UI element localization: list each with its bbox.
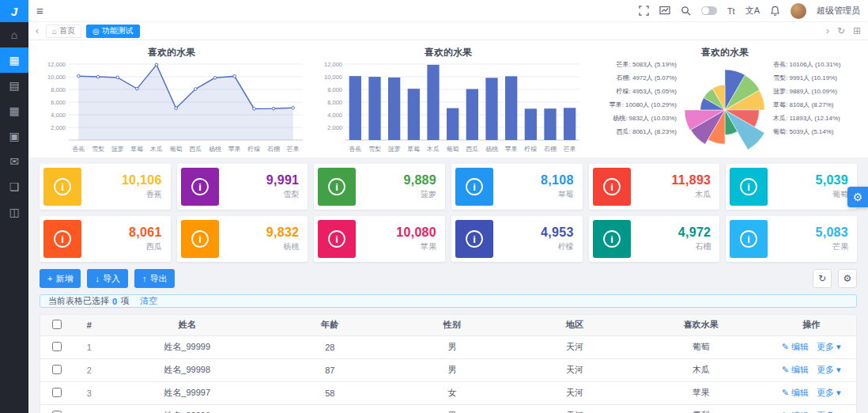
svg-text:12,000: 12,000: [47, 61, 66, 68]
stat-card-芒果: i5,083芒果: [726, 216, 857, 262]
sidebar-item-mail[interactable]: ✉: [0, 149, 28, 174]
sidebar-item-menu-active[interactable]: ▦: [0, 47, 28, 73]
sidebar-item-home[interactable]: ⌂: [0, 22, 28, 47]
book-icon: ▤: [9, 79, 19, 92]
svg-text:芒果: 芒果: [286, 146, 300, 153]
stat-cards-grid: i10,106香蕉i9,991雪梨i9,889菠萝i8,108草莓i11,893…: [40, 164, 857, 262]
table-cell: 苹果: [636, 381, 766, 404]
svg-text:i: i: [198, 233, 202, 245]
fullscreen-icon[interactable]: [639, 6, 649, 16]
sidebar-item-document[interactable]: ❏: [0, 174, 28, 199]
info-icon: i: [455, 168, 493, 206]
select-all-checkbox[interactable]: [52, 320, 62, 329]
tab-layout-icon[interactable]: ⊞: [851, 25, 863, 36]
search-icon[interactable]: [681, 6, 691, 16]
user-avatar[interactable]: [791, 3, 806, 19]
table-toolbar: + 新增 ↓ 导入 ↑ 导出 ↻ ⚙: [40, 269, 857, 288]
rose-slice-label: 苹果: 10080人 (10.29%): [609, 100, 677, 109]
hamburger-icon[interactable]: ≡: [36, 4, 43, 17]
row-checkbox-cell: [40, 335, 73, 358]
app-logo[interactable]: J: [0, 0, 28, 22]
row-checkbox[interactable]: [52, 365, 62, 374]
info-icon: i: [181, 168, 219, 206]
more-button[interactable]: 更多 ▾: [817, 365, 841, 374]
tab-home[interactable]: ⌂ 首页: [46, 25, 81, 38]
stat-card-meta: 4,953柠檬: [493, 225, 579, 252]
stat-card-meta: 11,893木瓜: [631, 173, 716, 200]
svg-text:香蕉: 香蕉: [72, 146, 85, 153]
export-button[interactable]: ↑ 导出: [134, 269, 175, 288]
column-settings-icon[interactable]: ⚙: [838, 269, 857, 288]
tab-function-test[interactable]: ◎ 功能测试: [86, 25, 140, 38]
stat-card-value: 8,108: [493, 173, 574, 188]
stat-card-meta: 4,972石榴: [631, 225, 716, 252]
svg-text:10,000: 10,000: [47, 74, 66, 81]
table-cell: 天河: [514, 381, 636, 404]
refresh-table-icon[interactable]: ↻: [813, 269, 832, 288]
edit-button[interactable]: ✎ 编辑: [782, 365, 809, 374]
tab-home-label: 首页: [59, 25, 75, 36]
rose-slice-label: 香蕉: 10106人 (10.31%): [773, 60, 862, 69]
bell-icon[interactable]: [770, 6, 780, 17]
sidebar-item-apps[interactable]: ▦: [0, 98, 28, 123]
stat-card-label: 雪梨: [219, 189, 300, 200]
svg-text:草莓: 草莓: [407, 146, 420, 153]
clear-selection-link[interactable]: 清空: [140, 295, 157, 307]
table-cell: 男: [391, 404, 514, 413]
user-name[interactable]: 超级管理员: [817, 5, 860, 17]
rose-slice-label: 菠萝: 9889人 (10.09%): [773, 87, 862, 96]
svg-text:苹果: 苹果: [228, 146, 241, 153]
stat-card-杨桃: i9,832杨桃: [177, 216, 308, 262]
stat-card-meta: 9,832杨桃: [219, 225, 304, 252]
info-icon: i: [730, 220, 768, 258]
stat-card-value: 9,832: [219, 225, 300, 240]
svg-text:石榴: 石榴: [544, 146, 557, 153]
row-checkbox[interactable]: [52, 342, 62, 351]
table-cell: 3: [73, 381, 105, 404]
sidebar-item-report[interactable]: ◫: [0, 199, 28, 225]
svg-text:i: i: [336, 233, 339, 245]
stat-card-label: 菠萝: [356, 189, 436, 200]
stat-card-value: 10,106: [81, 173, 162, 188]
theme-toggle[interactable]: [701, 6, 717, 15]
row-actions: ✎ 编辑更多 ▾: [766, 335, 856, 358]
import-button[interactable]: ↓ 导入: [87, 269, 128, 288]
tab-refresh-icon[interactable]: ↻: [835, 25, 847, 36]
edit-button[interactable]: ✎ 编辑: [782, 342, 809, 351]
translate-icon[interactable]: 文A: [745, 5, 760, 17]
svg-text:雪梨: 雪梨: [92, 146, 104, 153]
stat-card-label: 香蕉: [81, 189, 162, 200]
add-button[interactable]: + 新增: [40, 269, 81, 288]
svg-text:杨桃: 杨桃: [485, 146, 498, 153]
table-row: 4姓名_9999682男天河雪梨✎ 编辑更多 ▾: [40, 404, 856, 413]
svg-text:4,000: 4,000: [327, 112, 342, 119]
sidebar-item-device[interactable]: ▣: [0, 123, 28, 149]
tabs-scroll-left-icon[interactable]: ‹: [33, 25, 41, 36]
stat-card-meta: 5,083芒果: [768, 225, 853, 252]
line-chart-panel: 喜欢的水果 2,0004,0006,0008,00010,00012,000香蕉…: [33, 43, 310, 157]
table-cell: 87: [269, 358, 391, 381]
row-actions: ✎ 编辑更多 ▾: [766, 358, 856, 381]
menu-active-icon: ▦: [9, 54, 19, 66]
edit-button[interactable]: ✎ 编辑: [782, 388, 809, 397]
table-cell: 姓名_99997: [106, 381, 269, 404]
chart-board-icon[interactable]: [659, 6, 670, 16]
stat-card-label: 木瓜: [631, 189, 711, 200]
stat-card-value: 4,953: [493, 225, 574, 240]
row-checkbox-cell: [40, 358, 73, 381]
more-button[interactable]: 更多 ▾: [817, 388, 841, 397]
settings-gear-button[interactable]: ⚙: [847, 187, 868, 207]
font-size-icon[interactable]: Tt: [727, 6, 735, 16]
column-header: 年龄: [269, 315, 391, 335]
row-checkbox[interactable]: [52, 411, 62, 413]
tab-bar: ‹ ⌂ 首页 ◎ 功能测试 › ↻ ⊞: [28, 22, 868, 40]
rose-slice-label: 西瓜: 8061人 (8.23%): [617, 127, 677, 136]
tabs-scroll-right-icon[interactable]: ›: [824, 25, 832, 36]
svg-text:8,000: 8,000: [327, 86, 342, 93]
sidebar-item-book[interactable]: ▤: [0, 73, 28, 98]
more-button[interactable]: 更多 ▾: [817, 342, 841, 351]
svg-text:芒果: 芒果: [563, 146, 576, 153]
svg-text:i: i: [473, 181, 476, 193]
table-cell: 木瓜: [636, 358, 766, 381]
row-checkbox[interactable]: [52, 388, 62, 397]
